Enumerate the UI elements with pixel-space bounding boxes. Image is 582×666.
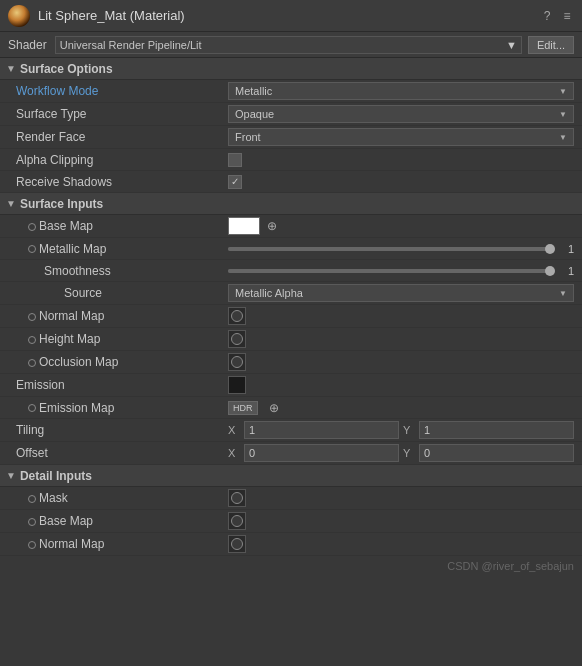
- detail-inputs-header[interactable]: ▼ Detail Inputs: [0, 465, 582, 487]
- render-face-label: Render Face: [8, 130, 228, 144]
- surface-type-arrow: ▼: [559, 110, 567, 119]
- normal-map-row: Normal Map: [0, 305, 582, 328]
- shader-dropdown[interactable]: Universal Render Pipeline/Lit ▼: [55, 36, 522, 54]
- offset-values: X Y: [228, 444, 574, 462]
- tiling-x-input[interactable]: [244, 421, 399, 439]
- metallic-map-value: 1: [228, 243, 574, 255]
- detail-mask-texture-slot[interactable]: [228, 489, 246, 507]
- height-map-value: [228, 330, 574, 348]
- detail-base-map-texture-dot: [231, 515, 243, 527]
- surface-inputs-arrow: ▼: [6, 198, 16, 209]
- smoothness-slider-track[interactable]: [228, 269, 550, 273]
- offset-y-input[interactable]: [419, 444, 574, 462]
- offset-label: Offset: [8, 446, 228, 460]
- tiling-y-input[interactable]: [419, 421, 574, 439]
- render-face-row: Render Face Front ▼: [0, 126, 582, 149]
- receive-shadows-value: [228, 175, 574, 189]
- receive-shadows-checkbox[interactable]: [228, 175, 242, 189]
- detail-mask-row: Mask: [0, 487, 582, 510]
- normal-map-texture-slot[interactable]: [228, 307, 246, 325]
- base-map-swatch[interactable]: [228, 217, 260, 235]
- normal-map-circle-icon: [28, 313, 36, 321]
- receive-shadows-label: Receive Shadows: [8, 175, 228, 189]
- smoothness-value: 1: [228, 265, 574, 277]
- watermark: CSDN @river_of_sebajun: [0, 556, 582, 576]
- receive-shadows-row: Receive Shadows: [0, 171, 582, 193]
- help-icon[interactable]: ?: [540, 9, 554, 23]
- detail-normal-map-texture-dot: [231, 538, 243, 550]
- offset-x-input[interactable]: [244, 444, 399, 462]
- base-map-circle-icon: [28, 223, 36, 231]
- material-icon: [8, 5, 30, 27]
- emission-map-circle-icon: [28, 404, 36, 412]
- normal-map-texture-dot: [231, 310, 243, 322]
- metallic-slider-track[interactable]: [228, 247, 550, 251]
- detail-mask-value: [228, 489, 574, 507]
- emission-value: [228, 376, 574, 394]
- emission-map-value: HDR ⊕: [228, 400, 574, 416]
- occlusion-map-row: Occlusion Map: [0, 351, 582, 374]
- offset-x-label: X: [228, 447, 240, 459]
- emission-map-row: Emission Map HDR ⊕: [0, 397, 582, 419]
- height-map-row: Height Map: [0, 328, 582, 351]
- emission-map-picker-icon[interactable]: ⊕: [266, 400, 282, 416]
- source-dropdown[interactable]: Metallic Alpha ▼: [228, 284, 574, 302]
- detail-inputs-label: Detail Inputs: [20, 469, 92, 483]
- window-title: Lit Sphere_Mat (Material): [38, 8, 540, 23]
- smoothness-label: Smoothness: [8, 264, 228, 278]
- shader-value: Universal Render Pipeline/Lit: [60, 39, 202, 51]
- render-face-dropdown[interactable]: Front ▼: [228, 128, 574, 146]
- smoothness-slider-container: 1: [228, 265, 574, 277]
- emission-label: Emission: [8, 378, 228, 392]
- detail-base-map-texture-slot[interactable]: [228, 512, 246, 530]
- detail-base-map-circle-icon: [28, 518, 36, 526]
- surface-type-label: Surface Type: [8, 107, 228, 121]
- alpha-clipping-row: Alpha Clipping: [0, 149, 582, 171]
- metallic-slider-value: 1: [554, 243, 574, 255]
- detail-normal-map-circle-icon: [28, 541, 36, 549]
- smoothness-row: Smoothness 1: [0, 260, 582, 282]
- surface-options-arrow: ▼: [6, 63, 16, 74]
- emission-map-label: Emission Map: [8, 401, 228, 415]
- smoothness-slider-thumb[interactable]: [545, 266, 555, 276]
- shader-row: Shader Universal Render Pipeline/Lit ▼ E…: [0, 32, 582, 58]
- surface-type-dropdown[interactable]: Opaque ▼: [228, 105, 574, 123]
- tiling-label: Tiling: [8, 423, 228, 437]
- occlusion-map-circle-icon: [28, 359, 36, 367]
- metallic-map-row: Metallic Map 1: [0, 238, 582, 260]
- detail-mask-circle-icon: [28, 495, 36, 503]
- emission-color-swatch[interactable]: [228, 376, 246, 394]
- surface-inputs-header[interactable]: ▼ Surface Inputs: [0, 193, 582, 215]
- normal-map-label: Normal Map: [8, 309, 228, 323]
- height-map-label: Height Map: [8, 332, 228, 346]
- tiling-values: X Y: [228, 421, 574, 439]
- height-map-texture-slot[interactable]: [228, 330, 246, 348]
- metallic-slider-thumb[interactable]: [545, 244, 555, 254]
- watermark-text: CSDN @river_of_sebajun: [447, 560, 574, 572]
- tiling-y-label: Y: [403, 424, 415, 436]
- shader-label: Shader: [8, 38, 47, 52]
- alpha-clipping-checkbox[interactable]: [228, 153, 242, 167]
- smoothness-slider-value: 1: [554, 265, 574, 277]
- detail-normal-map-texture-slot[interactable]: [228, 535, 246, 553]
- smoothness-slider-fill: [228, 269, 550, 273]
- workflow-mode-row: Workflow Mode Metallic ▼: [0, 80, 582, 103]
- source-label: Source: [8, 286, 228, 300]
- occlusion-map-value: [228, 353, 574, 371]
- detail-normal-map-row: Normal Map: [0, 533, 582, 556]
- alpha-clipping-label: Alpha Clipping: [8, 153, 228, 167]
- shader-edit-button[interactable]: Edit...: [528, 36, 574, 54]
- surface-type-row: Surface Type Opaque ▼: [0, 103, 582, 126]
- occlusion-map-texture-slot[interactable]: [228, 353, 246, 371]
- menu-icon[interactable]: ≡: [560, 9, 574, 23]
- offset-y-label: Y: [403, 447, 415, 459]
- normal-map-value: [228, 307, 574, 325]
- detail-mask-texture-dot: [231, 492, 243, 504]
- hdr-button[interactable]: HDR: [228, 401, 258, 415]
- detail-normal-map-value: [228, 535, 574, 553]
- surface-options-header[interactable]: ▼ Surface Options: [0, 58, 582, 80]
- detail-base-map-value: [228, 512, 574, 530]
- base-map-picker-icon[interactable]: ⊕: [264, 218, 280, 234]
- workflow-mode-dropdown[interactable]: Metallic ▼: [228, 82, 574, 100]
- offset-row: Offset X Y: [0, 442, 582, 465]
